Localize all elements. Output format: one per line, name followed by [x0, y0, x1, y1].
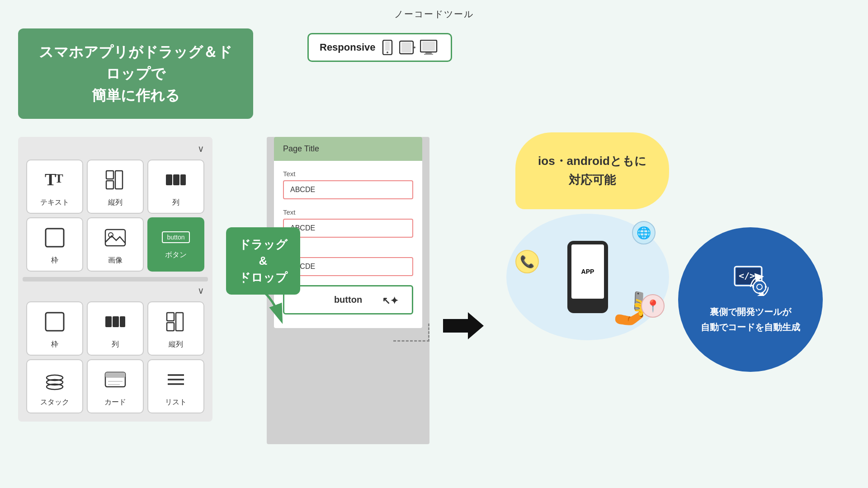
image-icon [104, 226, 127, 252]
dev-circle-text: 裏側で開発ツールが自動でコードを自動生成 [701, 304, 800, 335]
tablet-icon [399, 40, 416, 55]
component-label-col2: 列 [112, 340, 119, 349]
col-icon [164, 168, 188, 194]
component-item-vcol[interactable]: 縦列 [87, 160, 144, 214]
component-panel: ∨ T T テキスト [18, 137, 212, 422]
svg-rect-25 [167, 313, 174, 321]
phone-icon [382, 40, 396, 55]
svg-rect-4 [401, 42, 411, 52]
component-label-stack: スタック [40, 398, 69, 407]
button-icon: button [162, 231, 190, 247]
page-title: ノーコードツール [394, 9, 474, 19]
component-item-vcol2[interactable]: 縦列 [147, 301, 204, 356]
svg-point-42 [753, 281, 766, 293]
component-label-button: ボタン [165, 250, 187, 260]
component-item-list[interactable]: リスト [147, 359, 204, 413]
phone-body: APP [567, 241, 608, 313]
hero-box: スマホアプリがドラッグ＆ドロップで簡単に作れる [18, 28, 253, 119]
component-item-button[interactable]: button ボタン [147, 217, 204, 272]
component-item-card[interactable]: カード [87, 359, 144, 413]
panel-divider [23, 277, 208, 282]
frame-icon [43, 226, 66, 252]
vcol-icon [104, 168, 127, 194]
cursor-icon: ↖✦ [382, 295, 398, 307]
field-input-1[interactable]: ABCDE [283, 180, 413, 199]
component-grid-top: T T テキスト 縦列 [23, 156, 208, 275]
svg-rect-13 [106, 181, 113, 189]
component-item-frame2[interactable]: 枠 [26, 301, 83, 356]
svg-marker-38 [443, 312, 484, 339]
component-item-stack[interactable]: スタック [26, 359, 83, 413]
responsive-icons [382, 40, 439, 55]
field-input-3[interactable]: ABCDE [283, 257, 413, 276]
globe-icon: 🌐 [632, 221, 656, 244]
component-grid-bottom: 枠 列 [23, 298, 208, 417]
svg-rect-19 [105, 230, 125, 246]
col2-icon [104, 310, 127, 336]
vcol2-icon [164, 310, 188, 336]
svg-rect-14 [115, 171, 123, 189]
chevron-down-icon-2: ∨ [198, 285, 204, 296]
svg-rect-15 [166, 174, 172, 185]
component-label-card: カード [104, 398, 126, 407]
field-input-2[interactable]: ABCDE [283, 219, 413, 238]
svg-rect-27 [176, 313, 183, 331]
frame2-icon [43, 310, 66, 336]
component-label-image: 画像 [108, 256, 123, 265]
svg-point-5 [414, 47, 415, 48]
location-icon: 📍 [641, 294, 665, 318]
component-label-frame2: 枠 [51, 340, 58, 349]
svg-rect-7 [422, 42, 435, 51]
drag-arrow [222, 272, 294, 328]
stack-icon [43, 368, 66, 394]
svg-rect-26 [167, 323, 174, 331]
svg-rect-22 [105, 316, 112, 327]
component-label-text: テキスト [40, 198, 69, 207]
speech-bubble-container: ios・androidともに対応可能 [515, 132, 669, 209]
canvas-field-2: Text ABCDE [283, 208, 413, 238]
svg-rect-16 [173, 174, 179, 185]
list-icon [164, 368, 188, 394]
phone-call-icon: 📞 [515, 250, 539, 273]
responsive-badge: Responsive [307, 33, 452, 62]
bubble-text: ios・androidともに対応可能 [538, 152, 646, 189]
component-item-col[interactable]: 列 [147, 160, 204, 214]
component-item-frame[interactable]: 枠 [26, 217, 83, 272]
canvas-field-3: Text ABCDE [283, 247, 413, 276]
component-label-vcol: 縦列 [108, 198, 123, 207]
svg-rect-32 [105, 372, 125, 378]
page-header: ノーコードツール [0, 0, 868, 24]
svg-point-2 [387, 52, 388, 53]
field-label-1: Text [283, 170, 413, 178]
card-icon [104, 368, 127, 394]
resize-corner [393, 324, 429, 342]
canvas-field-1: Text ABCDE [283, 170, 413, 199]
field-label-2: Text [283, 208, 413, 216]
field-label-3: Text [283, 247, 413, 254]
right-panel: ios・androidともに対応可能 APP 🤳 📞 🌐 📍 [497, 132, 850, 372]
svg-rect-1 [385, 42, 390, 51]
component-label-vcol2: 縦列 [169, 340, 183, 349]
svg-rect-23 [113, 316, 119, 327]
big-right-arrow [443, 312, 484, 346]
phone-area-wrapper: APP 🤳 📞 🌐 📍 </> [497, 214, 850, 372]
text-icon: T T [43, 168, 66, 194]
component-item-text[interactable]: T T テキスト [26, 160, 83, 214]
svg-rect-24 [120, 316, 125, 327]
desktop-icon [420, 40, 439, 55]
component-item-image[interactable]: 画像 [87, 217, 144, 272]
responsive-label: Responsive [320, 42, 376, 53]
component-label-col: 列 [172, 198, 179, 207]
svg-text:T: T [55, 171, 63, 185]
svg-rect-17 [180, 174, 186, 185]
svg-rect-18 [46, 229, 64, 247]
component-label-frame: 枠 [51, 256, 58, 265]
hero-text: スマホアプリがドラッグ＆ドロップで簡単に作れる [39, 44, 232, 103]
dev-circle: </> [678, 227, 823, 372]
canvas-button[interactable]: button ↖✦ [283, 285, 413, 314]
component-item-col2[interactable]: 列 [87, 301, 144, 356]
svg-rect-21 [46, 313, 64, 331]
svg-rect-12 [106, 171, 113, 179]
phone-screen: APP [571, 244, 604, 299]
panel-header-bottom: ∨ [23, 283, 208, 298]
